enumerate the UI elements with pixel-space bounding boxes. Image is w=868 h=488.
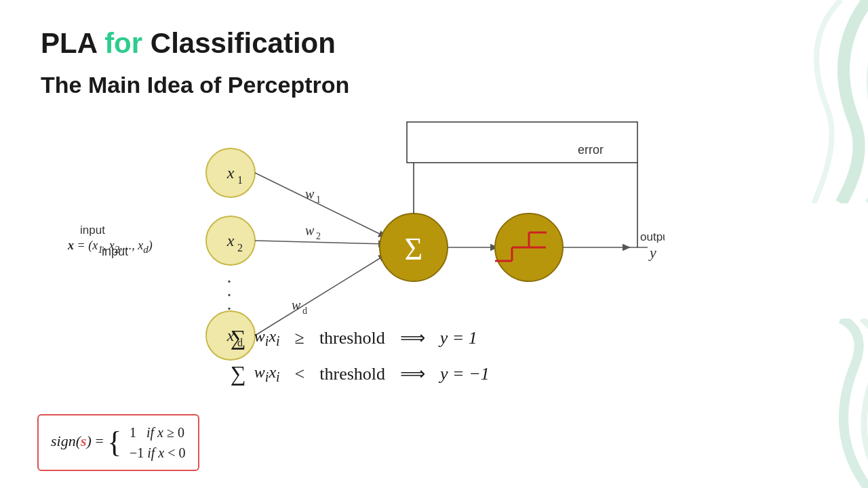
- svg-text:output: output: [640, 230, 665, 243]
- formula-line-1: ∑ wixi ≥ threshold ⟹ y = 1: [231, 325, 490, 350]
- slide: PLA for Classification The Main Idea of …: [0, 0, 868, 488]
- input-text: input: [80, 224, 105, 237]
- svg-text:1: 1: [237, 174, 243, 186]
- svg-text:y: y: [648, 244, 656, 261]
- title-for: for: [104, 27, 142, 59]
- implies-2: ⟹: [400, 363, 425, 384]
- svg-text:2: 2: [237, 242, 243, 253]
- subtitle: The Main Idea of Perceptron: [41, 72, 349, 98]
- deco-top-right: [719, 0, 868, 203]
- y-eq-1: y = 1: [440, 328, 477, 348]
- svg-line-14: [255, 254, 387, 336]
- svg-text:Σ: Σ: [405, 232, 423, 266]
- svg-text:x: x: [226, 164, 235, 182]
- y-eq-2: y = −1: [440, 364, 490, 384]
- title-suffix: Classification: [142, 27, 336, 59]
- svg-text:d: d: [302, 306, 307, 316]
- lt-symbol: <: [295, 364, 305, 384]
- svg-rect-34: [407, 122, 637, 163]
- svg-text:w: w: [305, 223, 315, 238]
- svg-text:w: w: [305, 186, 315, 201]
- deco-bottom-right: [746, 319, 868, 488]
- sign-cases: 1 if x ≥ 0 −1 if x < 0: [130, 422, 186, 463]
- sign-var: s: [81, 432, 87, 449]
- sign-eq: =: [95, 432, 107, 449]
- wixi-1: wixi: [254, 327, 280, 349]
- input-label: input: [80, 224, 105, 237]
- formulas-section: ∑ wixi ≥ threshold ⟹ y = 1 ∑ wixi < thre…: [231, 325, 490, 397]
- formula-line-2: ∑ wixi < threshold ⟹ y = −1: [231, 361, 490, 386]
- title-prefix: PLA: [41, 27, 104, 59]
- sign-case-pos: 1 if x ≥ 0: [130, 422, 186, 443]
- sum-symbol-1: ∑: [231, 325, 246, 350]
- svg-line-13: [255, 241, 387, 244]
- input-equation: x = (x1, x2,..., xd): [68, 239, 153, 256]
- svg-text:2: 2: [316, 231, 321, 241]
- sign-paren: ): [87, 432, 92, 449]
- threshold-label-2: threshold: [319, 364, 385, 384]
- implies-1: ⟹: [400, 327, 425, 348]
- sign-case-neg: −1 if x < 0: [130, 443, 186, 463]
- geq-symbol: ≥: [295, 328, 304, 348]
- main-title: PLA for Classification: [41, 27, 349, 60]
- svg-text:w: w: [292, 298, 301, 312]
- svg-text:x: x: [226, 232, 235, 249]
- svg-text:error: error: [578, 143, 604, 157]
- wixi-2: wixi: [254, 363, 280, 385]
- title-area: PLA for Classification The Main Idea of …: [41, 27, 349, 98]
- svg-line-12: [255, 173, 387, 237]
- svg-text:1: 1: [316, 195, 321, 205]
- sign-brace: {: [107, 426, 121, 459]
- sum-symbol-2: ∑: [231, 361, 246, 386]
- sign-text: sign(: [51, 432, 81, 449]
- threshold-label-1: threshold: [319, 328, 385, 348]
- sign-box: sign(s) = { 1 if x ≥ 0 −1 if x < 0: [37, 414, 199, 471]
- svg-text:·: ·: [227, 298, 232, 319]
